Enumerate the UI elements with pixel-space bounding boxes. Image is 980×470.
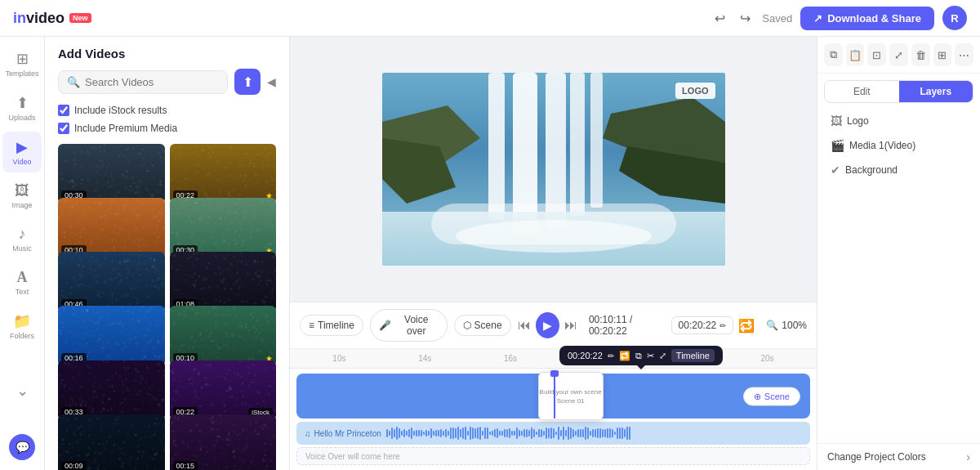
video-thumb-1[interactable]: 00:22★ [170,144,277,204]
video-thumb-9[interactable]: 00:22iStock [170,360,277,420]
footer-label: Change Project Colors [827,451,926,463]
sidebar-item-music[interactable]: ♪ Music [2,219,42,259]
video-thumb-3[interactable]: 00:30★ [170,198,277,257]
crop-button[interactable]: ⊡ [867,43,886,66]
layer-item-logo[interactable]: 🖼 Logo [824,110,973,132]
delete-button[interactable]: 🗑 [911,43,930,66]
ruler-mark: 20s [724,354,810,363]
upload-button[interactable]: ⬆ [234,69,261,95]
user-avatar[interactable]: R [942,6,967,30]
collapse-button[interactable]: ◀ [267,75,276,88]
voiceover-placeholder: Voice Over will come here [305,452,400,461]
video-icon: ▶ [16,138,28,156]
scene-card[interactable]: Build your own scene Scene 01 [538,372,604,420]
track-main-bg: Build your own scene Scene 01 [296,374,810,419]
main-track[interactable]: Build your own scene Scene 01 ⊕ Scene [296,374,810,419]
tab-edit[interactable]: Edit [825,81,899,102]
video-thumb-4[interactable]: 00:46 [58,252,165,311]
video-thumb-0[interactable]: 00:30 [58,144,165,204]
wave-bar [626,427,628,439]
wave-bar [438,430,439,436]
wave-bar [484,427,486,439]
wave-bar [389,431,390,436]
video-thumb-7[interactable]: 00:10★ [170,306,277,365]
wave-bar [460,429,461,438]
search-input[interactable] [85,76,219,88]
right-panel: ⧉ 📋 ⊡ ⤢ 🗑 ⊞ ⋯ Edit Layers 🖼 Logo 🎬 Media… [817,37,980,470]
copy-button[interactable]: ⧉ [824,43,843,66]
scene-add-button[interactable]: ⊕ Scene [743,387,800,405]
cut-icon-popup: ✂ [647,351,654,361]
tab-layers[interactable]: Layers [899,81,973,102]
video-thumb-5[interactable]: 01:08 [170,252,277,311]
timeline-button[interactable]: ≡ Timeline [300,315,363,336]
sidebar-item-uploads[interactable]: ⬆ Uploads [2,87,42,128]
video-grid: 00:3000:22★00:1000:30★00:4601:0800:1600:… [45,137,289,470]
play-button[interactable]: ▶ [536,312,559,338]
redo-button[interactable]: ↪ [737,7,754,29]
wave-bar [509,428,510,438]
wave-bar [423,432,425,436]
wave-bar [560,430,562,437]
sidebar-item-templates[interactable]: ⊞ Templates [2,43,42,84]
wave-bar [590,431,591,436]
wave-bar [580,429,581,437]
more-options-button[interactable]: ⋯ [955,43,973,66]
sidebar-item-more[interactable]: ⌄ [2,375,42,406]
video-thumb-8[interactable]: 00:33 [58,360,165,420]
download-share-button[interactable]: ↗ Download & Share [800,7,934,30]
logo-area: invideo New [13,10,91,27]
wave-bar [499,431,501,436]
mic-icon: 🎤 [379,320,391,331]
wave-bar [492,431,493,436]
sidebar-item-folders[interactable]: 📁 Folders [2,306,42,347]
wave-bar [497,428,498,439]
video-thumb-6[interactable]: 00:16 [58,306,165,365]
change-project-colors[interactable]: Change Project Colors › [817,443,980,470]
wave-bar [516,427,518,440]
prev-button[interactable]: ⏮ [518,318,531,333]
grid-button[interactable]: ⊞ [933,43,952,66]
wave-bar [585,427,586,439]
chat-button[interactable]: 💬 [9,434,35,460]
sidebar-item-video[interactable]: ▶ Video [2,132,42,172]
wave-bar [440,429,442,438]
panel-tabs: Edit Layers [824,80,973,103]
wave-bar [435,430,437,437]
video-thumb-11[interactable]: 00:15 [170,414,277,470]
audio-label: ♫ Hello Mr Princeton [305,429,381,438]
voiceover-track: Voice Over will come here [296,447,810,465]
wave-bar [501,431,503,436]
upload-icon: ⬆ [243,74,253,90]
scene-button[interactable]: ⬡ Scene [454,315,511,336]
center-panel: LOGO ≡ Timeline 🎤 Voice over ⬡ Scene [290,37,817,470]
undo-button[interactable]: ↩ [711,7,728,29]
edit-icon-popup: ✏ [608,351,614,360]
sidebar: Add Videos 🔍 ⬆ ◀ Include iStock results … [45,37,290,470]
premium-checkbox[interactable] [58,123,69,134]
wave-bar [609,428,611,439]
loop-button[interactable]: 🔁 [738,318,755,333]
layer-item-background[interactable]: ✔ Background [824,159,973,181]
wave-bar [416,430,417,436]
video-thumb-10[interactable]: 00:09 [58,414,165,470]
audio-track[interactable]: ♫ Hello Mr Princeton [296,422,810,445]
premium-checkbox-row: Include Premium Media [45,119,289,137]
paste-button[interactable]: 📋 [846,43,865,66]
wave-bar [592,429,594,438]
istock-checkbox[interactable] [58,105,69,116]
sidebar-header: Add Videos 🔍 ⬆ ◀ [45,37,289,101]
logo-watermark: LOGO [675,83,715,99]
sidebar-item-image[interactable]: 🖼 Image [2,176,42,216]
scene-popup[interactable]: 00:20:22 ✏ 🔁 ⧉ ✂ ⤢ Timeline [559,346,723,365]
timeline-icon: ≡ [309,320,314,331]
loop-icon-popup: 🔁 [619,351,630,361]
voiceover-button[interactable]: 🎤 Voice over [370,309,448,342]
search-box: 🔍 [58,70,228,94]
sidebar-item-text[interactable]: A Text [2,262,42,302]
time-editable[interactable]: 00:20:22 ✏ [671,316,734,334]
next-button[interactable]: ⏭ [564,318,577,333]
expand-button[interactable]: ⤢ [889,43,908,66]
layer-item-media1[interactable]: 🎬 Media 1(Video) [824,134,973,157]
video-thumb-2[interactable]: 00:10 [58,198,165,257]
